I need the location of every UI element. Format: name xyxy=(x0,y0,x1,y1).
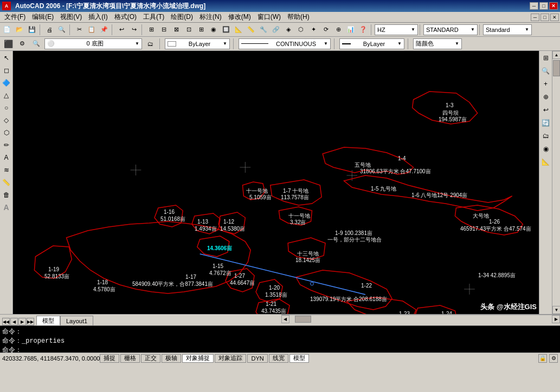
linewidth-toggle[interactable]: 线宽 xyxy=(269,354,288,363)
lt-measure[interactable]: 📏 xyxy=(1,177,12,188)
font-dropdown[interactable]: HZ ▼ xyxy=(375,24,418,35)
rt-rotate[interactable]: 🔄 xyxy=(540,117,552,129)
minimize-button[interactable]: ─ xyxy=(530,2,538,10)
menu-dimension[interactable]: 标注(N) xyxy=(196,12,225,22)
tb-b4[interactable]: ⊡ xyxy=(183,24,195,36)
lt-text[interactable]: A xyxy=(1,152,12,164)
tb-b9[interactable]: 📏 xyxy=(245,24,257,36)
tb-b15[interactable]: ⟳ xyxy=(320,24,332,36)
tb-b13[interactable]: ⬡ xyxy=(295,24,307,36)
scroll-left[interactable]: ◀ xyxy=(281,315,289,323)
tab-next[interactable]: ▶ xyxy=(18,318,26,325)
rt-pan[interactable]: ⊞ xyxy=(540,52,552,64)
tb-b5[interactable]: ⊞ xyxy=(195,24,207,36)
linetype-dropdown[interactable]: CONTINUOUS ▼ xyxy=(239,38,331,49)
tb-copy[interactable]: 📋 xyxy=(86,24,98,36)
layer-prop-icon[interactable]: 🗂 xyxy=(144,38,156,50)
tb-b3[interactable]: ⊠ xyxy=(170,24,182,36)
tab-prev[interactable]: ◀ xyxy=(10,318,18,325)
tb-preview[interactable]: 🔍 xyxy=(56,24,68,36)
menu-view[interactable]: 视图(V) xyxy=(57,12,85,22)
menu-edit[interactable]: 编辑(E) xyxy=(29,12,57,22)
layer-settings-icon[interactable]: ⚙ xyxy=(16,38,28,50)
layer-icon[interactable]: ⬛ xyxy=(2,38,14,50)
tb-b7[interactable]: 🔲 xyxy=(220,24,232,36)
tab-model[interactable]: 模型 xyxy=(36,316,60,325)
tb-paste[interactable]: 📌 xyxy=(98,24,110,36)
lt-circle[interactable]: ○ xyxy=(1,102,12,114)
tb-new[interactable]: 📄 xyxy=(1,24,13,36)
menu-draw[interactable]: 绘图(D) xyxy=(168,12,196,22)
menu-modify[interactable]: 修改(M) xyxy=(225,12,254,22)
dyn-toggle[interactable]: DYN xyxy=(247,354,267,363)
snap-toggle[interactable]: 捕捉 xyxy=(100,354,119,363)
ortho-toggle[interactable]: 正交 xyxy=(141,354,160,363)
tb-b14[interactable]: ✦ xyxy=(307,24,319,36)
menu-format[interactable]: 格式(O) xyxy=(111,12,140,22)
maximize-button[interactable]: □ xyxy=(539,2,548,10)
tb-print[interactable]: 🖨 xyxy=(43,24,55,36)
tb-b17[interactable]: 📊 xyxy=(345,24,357,36)
lt-polygon[interactable]: 🔷 xyxy=(1,77,12,89)
osnap-toggle[interactable]: 对象捕捉 xyxy=(182,354,214,363)
tb-b12[interactable]: ◈ xyxy=(282,24,294,36)
layer-filter-icon[interactable]: 🔍 xyxy=(30,38,42,50)
rt-plus[interactable]: + xyxy=(540,78,552,90)
tab-last[interactable]: ▶▶ xyxy=(27,318,34,325)
lt-hexagon[interactable]: ⬡ xyxy=(1,127,12,139)
tb-b6[interactable]: ◉ xyxy=(208,24,220,36)
grid-toggle[interactable]: 栅格 xyxy=(120,354,140,363)
inner-close-button[interactable]: ✕ xyxy=(550,14,559,21)
tb-cut[interactable]: ✂ xyxy=(73,24,85,36)
menu-insert[interactable]: 插入(I) xyxy=(85,12,111,22)
lt-triangle[interactable]: △ xyxy=(1,89,12,101)
lt-pen[interactable]: ✏ xyxy=(1,139,12,151)
lineweight-dropdown[interactable]: ByLayer ▼ xyxy=(339,38,404,49)
tb-b18[interactable]: ❓ xyxy=(357,24,369,36)
tb-save[interactable]: 💾 xyxy=(26,24,38,36)
rt-zoom-back[interactable]: ↩ xyxy=(540,104,552,116)
scroll-track-v[interactable] xyxy=(552,59,560,306)
tb-open[interactable]: 📂 xyxy=(14,24,25,36)
rt-zoom-in[interactable]: 🔍 xyxy=(540,65,552,77)
tray-icon-1[interactable]: 🔒 xyxy=(538,354,547,363)
scroll-thumb-v[interactable] xyxy=(553,60,560,76)
tb-b11[interactable]: 🔗 xyxy=(270,24,282,36)
scroll-down[interactable]: ▼ xyxy=(552,306,560,314)
rt-ruler[interactable]: 📐 xyxy=(540,156,552,168)
menu-tools[interactable]: 工具(T) xyxy=(140,12,168,22)
lt-diamond[interactable]: ◇ xyxy=(1,114,12,126)
tab-layout1[interactable]: Layout1 xyxy=(60,316,93,325)
tb-b1[interactable]: ⊞ xyxy=(145,24,157,36)
tab-first[interactable]: ◀◀ xyxy=(2,318,10,325)
cad-canvas[interactable]: 1-3 四号坝 194.5987亩 1-4 五号地 31806.63平方米 合4… xyxy=(13,51,539,314)
lt-hatch[interactable]: ≋ xyxy=(1,164,12,176)
layer-dropdown[interactable]: ⚪ 0 底图 ▼ xyxy=(44,38,142,49)
rt-zoom-ext[interactable]: ⊕ xyxy=(540,91,552,103)
inner-restore-button[interactable]: □ xyxy=(540,14,549,21)
textstyle-dropdown[interactable]: Standard ▼ xyxy=(483,24,532,35)
tb-b8[interactable]: 📐 xyxy=(233,24,244,36)
menu-help[interactable]: 帮助(H) xyxy=(284,12,313,22)
tb-b16[interactable]: ⊕ xyxy=(332,24,344,36)
scroll-up[interactable]: ▲ xyxy=(552,51,560,59)
lt-arrow[interactable]: ↖ xyxy=(1,52,12,64)
close-button[interactable]: ✕ xyxy=(549,2,558,10)
tb-b2[interactable]: ⊟ xyxy=(158,24,170,36)
rt-circle[interactable]: ◉ xyxy=(540,143,552,155)
menu-window[interactable]: 窗口(W) xyxy=(254,12,284,22)
model-toggle[interactable]: 模型 xyxy=(289,354,309,363)
inner-minimize-button[interactable]: ─ xyxy=(531,14,539,21)
rt-files[interactable]: 🗂 xyxy=(540,130,552,142)
otrack-toggle[interactable]: 对象追踪 xyxy=(215,354,246,363)
tb-undo[interactable]: ↩ xyxy=(115,24,127,36)
scroll-track-h[interactable] xyxy=(289,315,552,323)
tray-icon-2[interactable]: ⚙ xyxy=(549,354,558,363)
lt-rect[interactable]: ◻ xyxy=(1,64,12,76)
scroll-right[interactable]: ▶ xyxy=(552,315,560,323)
style-dropdown[interactable]: STANDARD ▼ xyxy=(423,24,478,35)
plotstyle-dropdown[interactable]: 随颜色 ▼ xyxy=(413,38,462,49)
tb-redo[interactable]: ↪ xyxy=(128,24,140,36)
polar-toggle[interactable]: 极轴 xyxy=(162,354,181,363)
tb-b10[interactable]: 🔧 xyxy=(258,24,269,36)
